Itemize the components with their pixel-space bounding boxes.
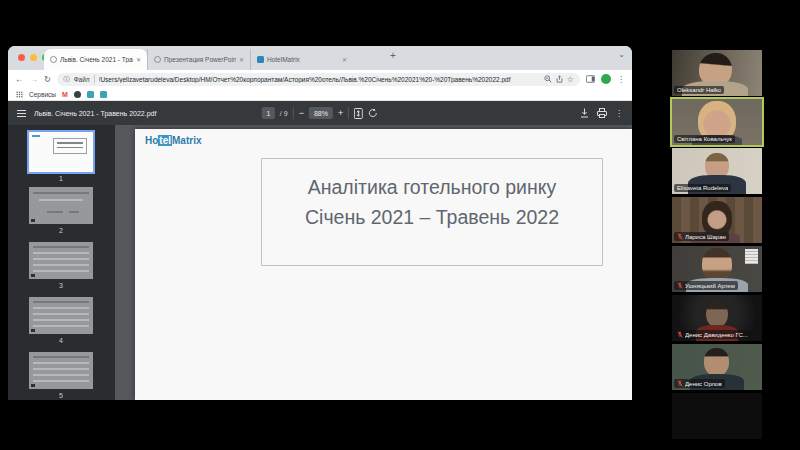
reload-button[interactable]: ↻ — [44, 75, 51, 84]
thumbnail-number: 2 — [29, 227, 93, 234]
tab-strip: Львів. Січень 2021 - Травень ✕ Презентац… — [8, 46, 632, 70]
tab-label: Львів. Січень 2021 - Травень — [60, 56, 133, 63]
omnibox-divider — [94, 75, 95, 83]
download-icon[interactable] — [580, 108, 589, 118]
toolbar-divider — [293, 107, 294, 119]
slide-title-line2: Січень 2021 – Травень 2022 — [262, 202, 602, 232]
tab-search-chevron-icon[interactable]: ⌄ — [618, 50, 625, 59]
participant-strip: Oleksandr Halko Світлана Ковальчук Elisa… — [672, 0, 762, 450]
pdf-document-title: Львів. Січень 2021 - Травень 2022.pdf — [34, 110, 156, 117]
apps-grid-icon[interactable] — [16, 91, 23, 98]
thumbnail-number: 5 — [29, 392, 93, 399]
thumb-page-chip — [31, 219, 35, 222]
participant-tile-larysa-sharan[interactable]: Лариса Шаран — [672, 197, 762, 243]
participant-tile-denys-davydenko[interactable]: Денис Давиденко ГС... — [672, 295, 762, 341]
thumbnail-page-1[interactable]: 1 — [29, 132, 93, 182]
zoom-level-input[interactable]: 88% — [309, 107, 333, 119]
minimize-window-button[interactable] — [30, 54, 37, 61]
thumbnail-number: 4 — [29, 337, 93, 344]
participant-name-label: Світлана Ковальчук — [674, 135, 735, 143]
bookmark-services[interactable]: Сервисы — [29, 91, 56, 98]
address-bar: ← → ↻ ⓘ Файл /Users/yelizavetarudeleva/D… — [8, 70, 632, 88]
hotelmatrix-logo: HotelMatrix — [145, 135, 201, 146]
pdf-page-controls: 1 / 9 − 88% + — [262, 107, 378, 119]
zoom-page-icon[interactable] — [544, 75, 552, 83]
thumb-logo-mark — [32, 135, 40, 137]
print-icon[interactable] — [597, 108, 607, 118]
thumbnail-page-5[interactable]: 5 — [29, 352, 93, 399]
pdf-menu-icon[interactable] — [17, 110, 26, 117]
bookmarks-bar: Сервисы M — [8, 88, 632, 101]
page-count-label: / 9 — [280, 110, 288, 117]
share-icon[interactable] — [556, 75, 563, 83]
participant-tile-ushniatskyi-artem[interactable]: Ушняцький Артем — [672, 246, 762, 292]
zoom-in-button[interactable]: + — [338, 108, 343, 118]
participant-name-label: Лариса Шаран — [674, 232, 729, 241]
tab-pdf[interactable]: Львів. Січень 2021 - Травень ✕ — [44, 49, 147, 70]
pdf-tab-favicon — [50, 56, 57, 63]
pdf-body: 1 2 3 — [8, 125, 632, 400]
bookmark-site-icon[interactable] — [100, 91, 107, 98]
participant-name-label: Денис Орлов — [674, 379, 725, 388]
file-scheme-label: Файл — [74, 76, 90, 83]
fit-to-page-icon[interactable] — [354, 108, 363, 119]
forward-button: → — [30, 75, 39, 84]
thumb-page-chip — [31, 384, 35, 387]
pdf-viewer-canvas[interactable]: HotelMatrix Аналітика готельного ринку С… — [115, 125, 632, 400]
pdf-more-menu-icon[interactable]: ⋮ — [615, 109, 623, 118]
thumbnail-page-2[interactable]: 2 — [29, 187, 93, 234]
hotelmatrix-tab-favicon — [257, 56, 264, 63]
page-number-input[interactable]: 1 — [262, 107, 275, 119]
bookmark-site-icon[interactable] — [74, 91, 81, 98]
browser-window: Львів. Січень 2021 - Травень ✕ Презентац… — [8, 46, 632, 400]
thumbnail-number: 3 — [29, 282, 93, 289]
participant-name-label: Ушняцький Артем — [674, 281, 738, 290]
thumbnail-page-4[interactable]: 4 — [29, 297, 93, 344]
muted-mic-icon — [677, 233, 683, 240]
profile-avatar[interactable] — [601, 74, 611, 84]
close-tab-icon[interactable]: ✕ — [136, 56, 141, 63]
participant-name-label: Elisaveta Rudeleva — [674, 184, 731, 192]
pdf-thumbnail-pane[interactable]: 1 2 3 — [8, 125, 115, 400]
participant-tile-empty[interactable] — [672, 393, 762, 439]
muted-mic-icon — [677, 380, 683, 387]
thumb-page-chip — [31, 329, 35, 332]
bookmark-gmail-icon[interactable]: M — [62, 91, 68, 98]
rotate-icon[interactable] — [368, 108, 378, 118]
participant-name-label: Денис Давиденко ГС... — [674, 330, 751, 339]
tab-powerpoint[interactable]: Презентация PowerPoint ✕ — [147, 49, 250, 70]
participant-tile-svitlana-kovalchuk[interactable]: Світлана Ковальчук — [672, 99, 762, 145]
thumb-title-box — [53, 138, 87, 154]
close-tab-icon[interactable]: ✕ — [239, 56, 244, 63]
tab-label: HotelMatrix — [267, 56, 339, 63]
participant-tile-oleksandr-halko[interactable]: Oleksandr Halko — [672, 50, 762, 96]
back-button[interactable]: ← — [15, 75, 24, 84]
zoom-out-button[interactable]: − — [299, 108, 304, 118]
slide-title-line1: Аналітика готельного ринку — [262, 172, 602, 202]
close-window-button[interactable] — [18, 54, 25, 61]
page-info-icon[interactable]: ⓘ — [63, 75, 70, 84]
bookmark-star-icon[interactable]: ☆ — [567, 75, 574, 84]
new-tab-button[interactable]: + — [390, 50, 396, 61]
close-tab-icon[interactable]: ✕ — [342, 56, 347, 63]
browser-menu-icon[interactable]: ⋮ — [617, 75, 625, 84]
side-panel-icon[interactable] — [586, 75, 595, 83]
tabs: Львів. Січень 2021 - Травень ✕ Презентац… — [44, 49, 353, 70]
tab-hotelmatrix[interactable]: HotelMatrix ✕ — [250, 49, 353, 70]
pdf-toolbar: Львів. Січень 2021 - Травень 2022.pdf 1 … — [8, 101, 632, 125]
url-text[interactable]: /Users/yelizavetarudeleva/Desktop/HM/Отч… — [99, 76, 540, 83]
powerpoint-tab-favicon — [154, 56, 161, 63]
pdf-page: HotelMatrix Аналітика готельного ринку С… — [135, 129, 632, 400]
thumb-page-chip — [31, 274, 35, 277]
slide-title-box: Аналітика готельного ринку Січень 2021 –… — [261, 158, 603, 266]
tab-label: Презентация PowerPoint — [164, 56, 236, 63]
participant-tile-denys-orlov[interactable]: Денис Орлов — [672, 344, 762, 390]
participant-name-label: Oleksandr Halko — [674, 86, 724, 94]
muted-mic-icon — [677, 282, 683, 289]
muted-mic-icon — [677, 331, 683, 338]
thumbnail-page-3[interactable]: 3 — [29, 242, 93, 289]
bookmark-site-icon[interactable] — [87, 91, 94, 98]
omnibox[interactable]: ⓘ Файл /Users/yelizavetarudeleva/Desktop… — [57, 73, 580, 86]
participant-tile-elisaveta-rudeleva[interactable]: Elisaveta Rudeleva — [672, 148, 762, 194]
thumbnail-number: 1 — [29, 175, 93, 182]
